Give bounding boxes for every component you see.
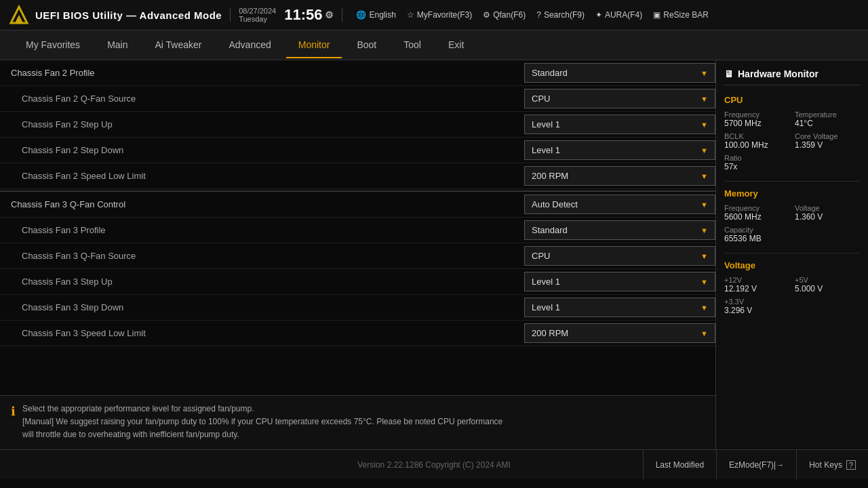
dropdown-arrow-icon: ▼ <box>701 278 708 286</box>
tool-english[interactable]: 🌐 English <box>356 10 395 20</box>
hw-divider <box>724 181 860 182</box>
nav-ai-tweaker[interactable]: Ai Tweaker <box>142 33 214 58</box>
hw-label: Frequency 5700 MHz <box>724 110 789 128</box>
chassis-fan2-speed-low-limit-dropdown[interactable]: 200 RPM ▼ <box>524 166 715 186</box>
setting-label: Chassis Fan 2 Step Up <box>0 114 519 135</box>
table-row: Chassis Fan 3 Speed Low Limit 200 RPM ▼ <box>0 321 715 346</box>
hw-item: Temperature 41°C <box>795 110 860 128</box>
nav-main[interactable]: Main <box>95 33 140 58</box>
chassis-fan2-step-up-dropdown[interactable]: Level 1 ▼ <box>524 115 715 134</box>
chassis-fan3-speed-low-limit-dropdown[interactable]: 200 RPM ▼ <box>524 323 715 343</box>
chassis-fan3-qfan-control-dropdown[interactable]: Auto Detect ▼ <box>524 195 715 214</box>
setting-label: Chassis Fan 3 Speed Low Limit <box>0 323 519 344</box>
chassis-fan2-profile-dropdown[interactable]: Standard ▼ <box>524 63 715 83</box>
monitor-icon: 🖥 <box>724 68 734 79</box>
chassis-fan3-step-up-dropdown[interactable]: Level 1 ▼ <box>524 272 715 291</box>
info-icon: ℹ <box>11 404 16 419</box>
settings-table: Chassis Fan 2 Profile Standard ▼ Chassis… <box>0 60 715 395</box>
question-icon: ? <box>846 460 856 470</box>
dropdown-arrow-icon: ▼ <box>701 226 708 235</box>
table-row: Chassis Fan 2 Step Up Level 1 ▼ <box>0 112 715 138</box>
setting-label: Chassis Fan 2 Speed Low Limit <box>0 165 519 186</box>
info-text: Select the appropriate performance level… <box>22 403 502 442</box>
chassis-fan2-qfan-source-dropdown[interactable]: CPU ▼ <box>524 89 715 108</box>
hw-memory-section: Memory Frequency 5600 MHz Voltage 1.360 … <box>724 188 860 243</box>
main-layout: Chassis Fan 2 Profile Standard ▼ Chassis… <box>0 60 868 449</box>
dropdown-arrow-icon: ▼ <box>701 121 708 129</box>
hw-cpu-title: CPU <box>724 95 860 105</box>
hw-item: BCLK 100.00 MHz <box>724 132 789 150</box>
last-modified-button[interactable]: Last Modified <box>643 450 716 480</box>
table-row: Chassis Fan 3 Q-Fan Source CPU ▼ <box>0 243 715 269</box>
dropdown-arrow-icon: ▼ <box>701 252 708 260</box>
tool-qfan[interactable]: ⚙ Qfan(F6) <box>483 10 526 20</box>
chassis-fan3-qfan-source-dropdown[interactable]: CPU ▼ <box>524 246 715 266</box>
table-row: Chassis Fan 2 Step Down Level 1 ▼ <box>0 138 715 163</box>
dropdown-arrow-icon: ▼ <box>701 304 708 312</box>
hw-cpu-section: CPU Frequency 5700 MHz Temperature 41°C … <box>724 95 860 171</box>
hw-divider2 <box>724 253 860 253</box>
hw-voltage-title: Voltage <box>724 260 860 270</box>
hw-item: +12V 12.192 V <box>724 276 789 293</box>
setting-label: Chassis Fan 2 Q-Fan Source <box>0 88 519 109</box>
dropdown-arrow-icon: ▼ <box>701 172 708 180</box>
nav-advanced[interactable]: Advanced <box>216 33 283 58</box>
day-display: Tuesday <box>239 15 276 23</box>
header-tools: 🌐 English ☆ MyFavorite(F3) ⚙ Qfan(F6) ? … <box>356 10 708 20</box>
table-row: Chassis Fan 2 Speed Low Limit 200 RPM ▼ <box>0 163 715 189</box>
hw-item: +3.3V 3.296 V <box>724 298 789 315</box>
setting-value: 200 RPM ▼ <box>519 321 715 346</box>
tool-myfavorite[interactable]: ☆ MyFavorite(F3) <box>407 10 472 20</box>
hw-cpu-grid: Frequency 5700 MHz Temperature 41°C BCLK… <box>724 110 860 171</box>
header-divider <box>230 8 231 22</box>
settings-gear-icon[interactable]: ⚙ <box>325 9 334 20</box>
time-value: 11:56 <box>284 6 322 24</box>
nav-my-favorites[interactable]: My Favorites <box>14 33 92 58</box>
hw-voltage-grid: +12V 12.192 V +5V 5.000 V +3.3V 3.296 V <box>724 276 860 315</box>
header-divider2 <box>342 8 342 22</box>
chassis-fan3-profile-dropdown[interactable]: Standard ▼ <box>524 220 715 240</box>
hw-memory-title: Memory <box>724 188 860 199</box>
app-title: UEFI BIOS Utility — Advanced Mode <box>35 9 222 21</box>
setting-value: CPU ▼ <box>519 86 715 111</box>
setting-label: Chassis Fan 3 Step Up <box>0 271 519 292</box>
nav-exit[interactable]: Exit <box>436 33 476 58</box>
chassis-fan2-step-down-dropdown[interactable]: Level 1 ▼ <box>524 140 715 160</box>
footer: Version 2.22.1286 Copyright (C) 2024 AMI… <box>0 449 868 479</box>
hw-memory-grid: Frequency 5600 MHz Voltage 1.360 V Capac… <box>724 204 860 243</box>
hot-keys-button[interactable]: Hot Keys ? <box>796 450 868 480</box>
footer-copyright: Version 2.22.1286 Copyright (C) 2024 AMI <box>290 460 579 470</box>
hw-monitor-title: 🖥 Hardware Monitor <box>724 68 860 85</box>
tool-resizebar[interactable]: ▣ ReSize BAR <box>653 10 709 20</box>
hw-item: Frequency 5600 MHz <box>724 204 789 222</box>
footer-buttons: Last Modified EzMode(F7)|→ Hot Keys ? <box>578 450 868 480</box>
datetime-block: 08/27/2024 Tuesday <box>239 7 276 23</box>
setting-label: Chassis Fan 3 Q-Fan Control <box>0 194 519 215</box>
setting-value: 200 RPM ▼ <box>519 163 715 188</box>
table-row: Chassis Fan 3 Q-Fan Control Auto Detect … <box>0 190 715 218</box>
hw-item: Voltage 1.360 V <box>795 204 860 222</box>
hw-item: Core Voltage 1.359 V <box>795 132 860 150</box>
ezmode-button[interactable]: EzMode(F7)|→ <box>716 450 796 480</box>
date-display: 08/27/2024 <box>239 7 276 15</box>
setting-value: Auto Detect ▼ <box>519 192 715 217</box>
tool-search[interactable]: ? Search(F9) <box>536 10 585 20</box>
info-bar: ℹ Select the appropriate performance lev… <box>0 395 715 449</box>
logo: UEFI BIOS Utility — Advanced Mode <box>8 4 222 26</box>
chassis-fan3-step-down-dropdown[interactable]: Level 1 ▼ <box>524 298 715 317</box>
nav-tool[interactable]: Tool <box>391 33 433 58</box>
setting-label: Chassis Fan 3 Profile <box>0 220 519 241</box>
setting-label: Chassis Fan 3 Step Down <box>0 297 519 318</box>
table-row: Chassis Fan 3 Step Down Level 1 ▼ <box>0 295 715 321</box>
table-row: Chassis Fan 2 Profile Standard ▼ <box>0 60 715 86</box>
dropdown-arrow-icon: ▼ <box>701 95 708 103</box>
setting-label: Chassis Fan 3 Q-Fan Source <box>0 245 519 266</box>
nav-boot[interactable]: Boot <box>344 33 389 58</box>
main-nav: My Favorites Main Ai Tweaker Advanced Mo… <box>0 30 868 60</box>
dropdown-arrow-icon: ▼ <box>701 201 708 209</box>
nav-monitor[interactable]: Monitor <box>286 33 342 58</box>
asus-logo-icon <box>8 4 30 26</box>
dropdown-arrow-icon: ▼ <box>701 69 708 77</box>
tool-aura[interactable]: ✦ AURA(F4) <box>595 10 642 20</box>
setting-value: Level 1 ▼ <box>519 295 715 320</box>
